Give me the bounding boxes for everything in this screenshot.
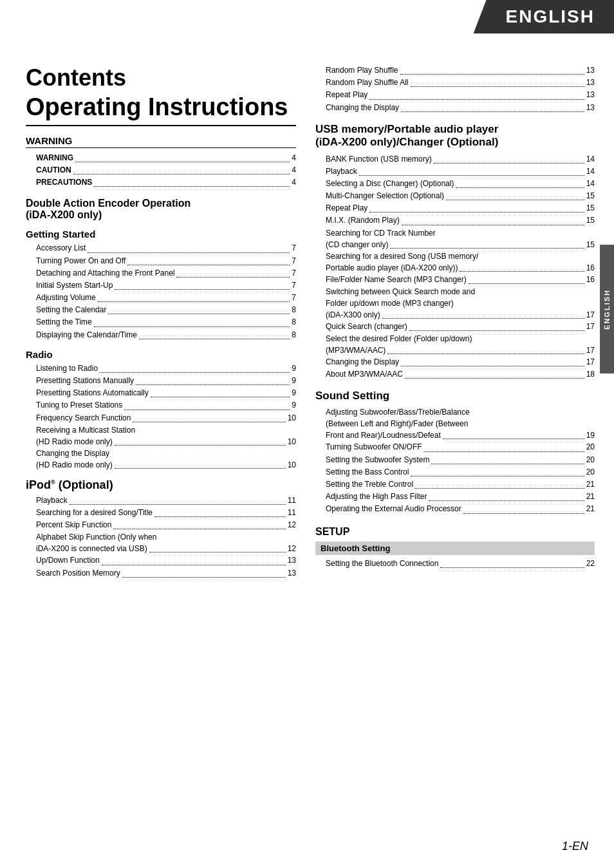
list-item: BANK Function (USB memory) 14 (315, 153, 595, 165)
toc-label: WARNING (36, 152, 73, 164)
list-item: Percent Skip Function 12 (26, 519, 296, 531)
left-column: Contents Operating Instructions WARNING … (26, 64, 296, 580)
sound-heading: Sound Setting (315, 390, 595, 402)
list-item: Setting the Treble Control 21 (315, 478, 595, 491)
warning-items: WARNING 4 CAUTION 4 PRECAUTIONS 4 (26, 152, 296, 189)
double-action-heading: Double Action Encoder Operation (iDA-X20… (26, 198, 296, 221)
list-item: Multi-Changer Selection (Optional) 15 (315, 190, 595, 202)
english-text: ENGLISH (506, 6, 595, 26)
double-action-section: Double Action Encoder Operation (iDA-X20… (26, 198, 296, 221)
usb-section: USB memory/Portable audio player (iDA-X2… (315, 123, 595, 381)
getting-started-section: Getting Started Accessory List 7 Turning… (26, 229, 296, 341)
list-item: Displaying the Calendar/Time 8 (26, 329, 296, 341)
usb-heading: USB memory/Portable audio player (iDA-X2… (315, 123, 595, 149)
list-item: Listening to Radio 9 (26, 363, 296, 375)
getting-started-heading: Getting Started (26, 229, 296, 240)
list-item: Quick Search (changer) 17 (315, 321, 595, 333)
list-item: Repeat Play 15 (315, 202, 595, 214)
list-item: Searching for a desired Song (USB memory… (315, 250, 595, 274)
toc-item-warning: WARNING 4 (26, 152, 296, 164)
list-item: Setting the Time 8 (26, 316, 296, 328)
top-items: Random Play Shuffle 13 Random Play Shuff… (315, 64, 595, 114)
list-item: Operating the External Audio Processor 2… (315, 503, 595, 515)
list-item: Adjusting Subwoofer/Bass/Treble/Balance … (315, 406, 595, 441)
toc-label: PRECAUTIONS (36, 176, 92, 189)
list-item: Presetting Stations Manually 9 (26, 375, 296, 387)
list-item: Presetting Stations Automatically 9 (26, 387, 296, 399)
operating-instructions-title: Operating Instructions (26, 94, 296, 126)
setup-section: SETUP Bluetooth Setting Setting the Blue… (315, 526, 595, 570)
list-item: Selecting a Disc (Changer) (Optional) 14 (315, 178, 595, 190)
sound-section: Sound Setting Adjusting Subwoofer/Bass/T… (315, 390, 595, 515)
list-item: File/Folder Name Search (MP3 Changer) 16 (315, 274, 595, 286)
list-item: Alphabet Skip Function (Only when iDA-X2… (26, 531, 296, 554)
contents-title: Contents (26, 64, 296, 91)
toc-item-precautions: PRECAUTIONS 4 (26, 176, 296, 189)
toc-page: 4 (292, 164, 296, 176)
english-banner: ENGLISH (474, 0, 614, 33)
list-item: Select the desired Folder (Folder up/dow… (315, 333, 595, 356)
list-item: Setting the Bluetooth Connection 22 (315, 558, 595, 570)
ipod-heading: iPod® (Optional) (26, 478, 296, 492)
list-item: Random Play Shuffle All 13 (315, 77, 595, 89)
list-item: M.I.X. (Random Play) 15 (315, 214, 595, 227)
content-area: Contents Operating Instructions WARNING … (0, 64, 614, 580)
list-item: Setting the Bass Control 20 (315, 466, 595, 478)
dot-leader (73, 174, 290, 175)
page-container: ENGLISH ENGLISH Contents Operating Instr… (0, 0, 614, 868)
list-item: Repeat Play 13 (315, 89, 595, 101)
bluetooth-bar: Bluetooth Setting (315, 542, 595, 555)
list-item: Tuning to Preset Stations 9 (26, 399, 296, 411)
list-item: About MP3/WMA/AAC 18 (315, 368, 595, 381)
list-item: Changing the Display 17 (315, 356, 595, 368)
ipod-superscript: ® (51, 479, 55, 486)
toc-label: CAUTION (36, 164, 71, 176)
side-tab: ENGLISH (600, 245, 614, 373)
warning-section-heading: WARNING (26, 135, 296, 148)
list-item: Turning Power On and Off 7 (26, 255, 296, 267)
list-item: Turning Subwoofer ON/OFF 20 (315, 441, 595, 453)
right-column: Random Play Shuffle 13 Random Play Shuff… (315, 64, 595, 580)
setup-heading: SETUP (315, 526, 595, 538)
radio-section: Radio Listening to Radio 9 Presetting St… (26, 349, 296, 471)
list-item: Accessory List 7 (26, 242, 296, 254)
list-item: Adjusting Volume 7 (26, 292, 296, 304)
list-item: Playback 11 (26, 495, 296, 507)
page-number: 1-EN (562, 831, 588, 855)
list-item: Playback 14 (315, 165, 595, 178)
toc-page: 4 (292, 176, 296, 189)
list-item: Receiving a Multicast Station (HD Radio … (26, 424, 296, 448)
list-item: Changing the Display 13 (315, 102, 595, 114)
list-item: Adjusting the High Pass Filter 21 (315, 491, 595, 503)
list-item: Frequency Search Function 10 (26, 412, 296, 424)
list-item: Up/Down Function 13 (26, 554, 296, 567)
dot-leader (94, 186, 290, 187)
radio-heading: Radio (26, 349, 296, 360)
list-item: Setting the Calendar 8 (26, 304, 296, 316)
list-item: Detaching and Attaching the Front Panel … (26, 267, 296, 279)
list-item: Random Play Shuffle 13 (315, 64, 595, 77)
toc-page: 4 (292, 152, 296, 164)
side-tab-text: ENGLISH (603, 289, 611, 330)
list-item: Searching for a desired Song/Title 11 (26, 507, 296, 519)
list-item: Setting the Subwoofer System 20 (315, 454, 595, 466)
list-item: Changing the Display (HD Radio mode only… (26, 448, 296, 471)
list-item: Initial System Start-Up 7 (26, 279, 296, 292)
ipod-section: iPod® (Optional) Playback 11 Searching f… (26, 478, 296, 580)
list-item: Searching for CD Track Number (CD change… (315, 227, 595, 250)
toc-item-caution: CAUTION 4 (26, 164, 296, 176)
list-item: Switching between Quick Search mode and … (315, 286, 595, 321)
list-item: Search Position Memory 13 (26, 567, 296, 580)
dot-leader (75, 162, 290, 162)
